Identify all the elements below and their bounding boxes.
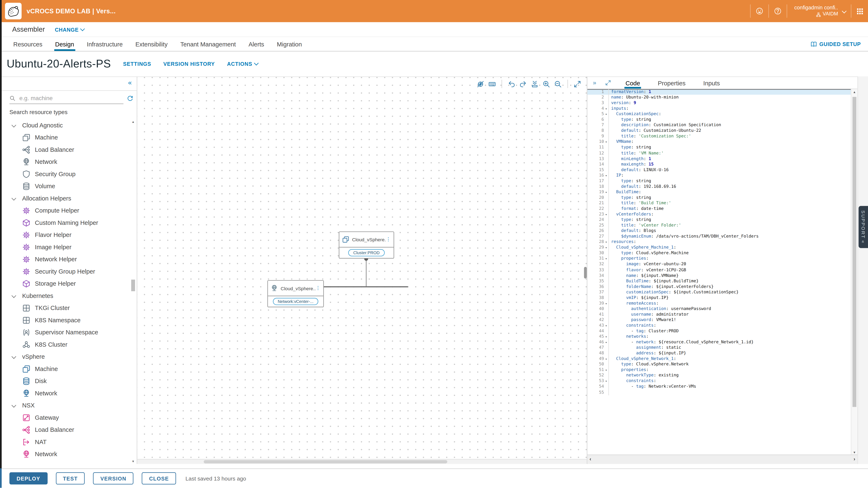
resource-item-gateway[interactable]: Gateway [2, 411, 129, 424]
resource-item-machine[interactable]: Machine [2, 363, 129, 375]
scrollbar-thumb[interactable] [204, 460, 447, 463]
settings-button[interactable]: SETTINGS [123, 61, 151, 67]
support-tab[interactable]: SUPPORT « [859, 206, 868, 248]
resource-item-network-helper[interactable]: Network Helper [2, 253, 129, 265]
collapse-panel-icon[interactable]: » [593, 80, 599, 86]
fold-caret-icon[interactable]: ▾ [604, 245, 608, 250]
constraint-tag-pill[interactable]: Cluster:PROD [348, 249, 384, 256]
actions-button[interactable]: ACTIONS [227, 61, 258, 67]
redo-icon[interactable] [519, 80, 527, 88]
resource-item-storage-helper[interactable]: Storage Helper [2, 277, 129, 289]
tab-migration[interactable]: Migration [276, 37, 303, 51]
collapse-sidebar-button[interactable]: « [128, 79, 132, 86]
tab-design[interactable]: Design [54, 37, 75, 51]
canvas-horizontal-scrollbar[interactable] [137, 459, 587, 464]
fold-caret-icon[interactable]: ▾ [604, 378, 608, 384]
zoom-out-icon[interactable] [554, 80, 562, 88]
deploy-button[interactable]: DEPLOY [9, 472, 48, 484]
resource-item-k8s-cluster[interactable]: K8S Cluster [2, 338, 129, 350]
resource-item-image-helper[interactable]: Image Helper [2, 241, 129, 253]
fold-caret-icon[interactable]: ▾ [604, 106, 608, 111]
apps-grid-icon[interactable] [856, 7, 864, 15]
auto-layout-icon[interactable] [531, 80, 538, 88]
canvas-node-cluster-prod[interactable]: Cloud_vSphere...⋮Cluster:PROD [339, 232, 394, 258]
scroll-right-icon[interactable]: › [854, 456, 855, 462]
tree-group-aws[interactable]: AWS [2, 460, 129, 464]
design-canvas[interactable]: Cloud_vSphere...⋮Cluster:PRODCloud_vSphe… [137, 77, 587, 464]
canvas-node-network-vcenter-[interactable]: Cloud_vSphere...⋮Network:vCenter-... [267, 280, 324, 307]
tab-extensibility[interactable]: Extensibility [134, 37, 168, 51]
scroll-down-icon[interactable]: ▼ [851, 451, 857, 454]
tab-inputs[interactable]: Inputs [702, 77, 721, 89]
guided-setup-button[interactable]: GUIDED SETUP [811, 37, 861, 51]
resource-item-volume[interactable]: Volume [2, 180, 129, 192]
scroll-up-icon[interactable]: ▲ [129, 120, 137, 123]
feedback-smiley-icon[interactable] [755, 7, 763, 15]
tab-alerts[interactable]: Alerts [247, 37, 265, 51]
scroll-up-icon[interactable]: ▲ [851, 90, 857, 93]
fit-screen-icon[interactable] [574, 80, 581, 88]
scroll-down-icon[interactable]: ▼ [129, 459, 137, 463]
zoom-in-icon[interactable] [542, 80, 550, 88]
resource-item-disk[interactable]: Disk [2, 375, 129, 387]
resource-item-flavor-helper[interactable]: Flavor Helper [2, 228, 129, 241]
tab-tenant-management[interactable]: Tenant Management [179, 37, 237, 51]
code-editor[interactable]: 1formatVersion: 12name: Ubuntu-20-with-m… [587, 89, 851, 455]
fold-caret-icon[interactable]: ▾ [604, 212, 608, 217]
fold-caret-icon[interactable]: ▾ [604, 239, 608, 245]
fold-caret-icon[interactable]: ▾ [604, 334, 608, 340]
fold-caret-icon[interactable]: ▾ [604, 300, 608, 306]
resource-item-security-group-helper[interactable]: Security Group Helper [2, 265, 129, 277]
keyboard-icon[interactable] [488, 80, 496, 88]
resource-item-machine[interactable]: Machine [2, 131, 129, 144]
code-vertical-scrollbar[interactable]: ▲ ▼ [851, 89, 857, 455]
resource-item-compute-helper[interactable]: Compute Helper [2, 204, 129, 216]
tab-resources[interactable]: Resources [12, 37, 43, 51]
resource-item-supervisor-namespace[interactable]: Supervisor Namespace [2, 326, 129, 338]
resource-item-network[interactable]: Network [2, 448, 129, 460]
user-menu[interactable]: configadmin confi.. VAIDM [794, 4, 838, 18]
canvas-vertical-scrollbar-thumb[interactable] [584, 267, 587, 279]
resource-item-k8s-namespace[interactable]: K8S Namespace [2, 314, 129, 326]
fold-caret-icon[interactable]: ▾ [604, 111, 608, 117]
fold-caret-icon[interactable]: ▾ [604, 367, 608, 373]
scrollbar-thumb[interactable] [131, 280, 135, 291]
constraint-tag-pill[interactable]: Network:vCenter-... [273, 298, 318, 305]
fold-caret-icon[interactable]: ▾ [604, 323, 608, 328]
resource-item-network[interactable]: Network [2, 387, 129, 399]
search-input[interactable] [18, 94, 123, 102]
fold-caret-icon[interactable]: ▾ [604, 139, 608, 145]
resource-item-load-balancer[interactable]: Load Balancer [2, 423, 129, 436]
fold-caret-icon[interactable]: ▾ [604, 356, 608, 362]
tree-group-allocation-helpers[interactable]: Allocation Helpers [2, 192, 129, 205]
test-button[interactable]: TEST [56, 472, 85, 484]
tree-group-vsphere[interactable]: vSphere [2, 350, 129, 363]
code-horizontal-scrollbar[interactable]: ‹ › [587, 455, 858, 464]
undo-icon[interactable] [508, 80, 516, 88]
resource-item-nat[interactable]: NAT [2, 436, 129, 448]
resource-item-security-group[interactable]: Security Group [2, 168, 129, 180]
fold-caret-icon[interactable]: ▾ [604, 340, 608, 345]
resource-item-tkgi-cluster[interactable]: TKGi Cluster [2, 302, 129, 314]
tree-group-cloud-agnostic[interactable]: Cloud Agnostic [2, 119, 129, 131]
close-button[interactable]: CLOSE [142, 472, 176, 484]
tree-group-nsx[interactable]: NSX [2, 399, 129, 411]
version-history-button[interactable]: VERSION HISTORY [163, 61, 215, 67]
tab-code[interactable]: Code [624, 77, 641, 89]
refresh-icon[interactable] [127, 95, 133, 102]
fold-caret-icon[interactable]: ▾ [604, 173, 608, 178]
help-icon[interactable] [774, 7, 781, 15]
scroll-left-icon[interactable]: ‹ [589, 456, 591, 462]
resource-item-load-balancer[interactable]: Load Balancer [2, 144, 129, 156]
network-toggle-icon[interactable] [477, 80, 484, 88]
resource-item-custom-naming-helper[interactable]: Custom Naming Helper [2, 216, 129, 229]
expand-panel-icon[interactable] [605, 80, 611, 86]
version-button[interactable]: VERSION [93, 472, 134, 484]
change-app-button[interactable]: CHANGE [55, 26, 84, 32]
fold-caret-icon[interactable]: ▾ [604, 189, 608, 195]
resource-item-network[interactable]: Network [2, 155, 129, 168]
fold-caret-icon[interactable]: ▾ [604, 256, 608, 262]
node-menu-icon[interactable]: ⋮ [386, 237, 391, 242]
node-menu-icon[interactable]: ⋮ [316, 286, 320, 291]
tab-properties[interactable]: Properties [657, 77, 687, 89]
